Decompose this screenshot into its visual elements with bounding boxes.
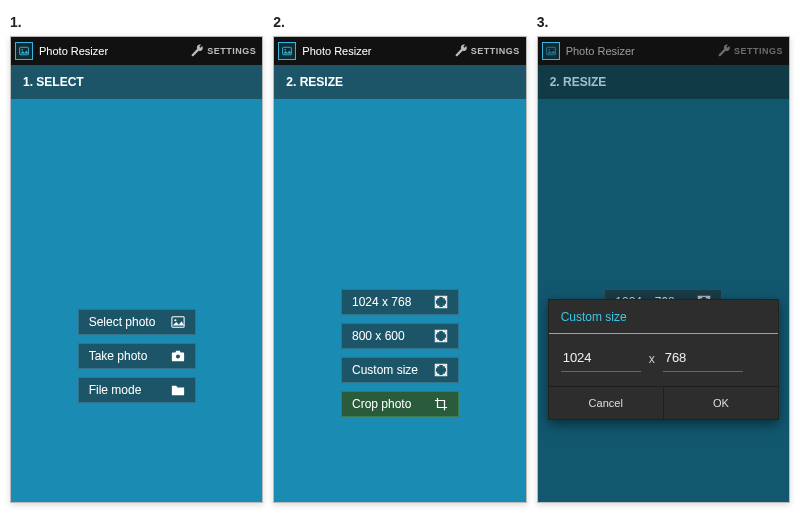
app-title: Photo Resizer [39,45,108,57]
svg-rect-5 [283,47,292,55]
phone-screen-1: Photo Resizer SETTINGS 1. SELECT Select … [10,36,263,503]
app-logo-icon [15,42,33,60]
select-photo-button[interactable]: Select photo [78,309,196,335]
settings-button[interactable]: SETTINGS [190,44,256,58]
app-title: Photo Resizer [566,45,635,57]
step-number: 2. [273,14,526,30]
height-input[interactable] [663,346,743,372]
tutorial-row: 1. Photo Resizer SETTINGS 1. SELECT Sele… [0,0,800,517]
title-bar: Photo Resizer SETTINGS [11,37,262,65]
ok-button[interactable]: OK [663,387,778,419]
phone-screen-3: Photo Resizer SETTINGS 2. RESIZE 1024 x … [537,36,790,503]
svg-rect-0 [20,47,29,55]
crop-icon [434,397,448,411]
svg-rect-2 [172,317,184,328]
step-number: 1. [10,14,263,30]
svg-rect-10 [546,47,555,55]
settings-button[interactable]: SETTINGS [717,44,783,58]
image-icon [171,315,185,329]
width-input[interactable] [561,346,641,372]
file-mode-button[interactable]: File mode [78,377,196,403]
app-logo-icon [542,42,560,60]
title-bar: Photo Resizer SETTINGS [538,37,789,65]
step-header: 2. RESIZE [274,65,525,99]
resize-icon [434,295,448,309]
svg-point-1 [21,49,23,51]
wrench-icon [454,44,468,58]
step-header: 2. RESIZE [538,65,789,99]
content-area: 1024 x 768 800 x 600 Custom size Crop ph… [274,99,525,502]
custom-size-dialog: Custom size x Cancel OK [548,299,779,420]
panel-3: 3. Photo Resizer SETTINGS 2. RESIZE 1024… [537,14,790,503]
dimension-separator: x [649,352,655,366]
wrench-icon [190,44,204,58]
camera-icon [171,349,185,363]
step-header: 1. SELECT [11,65,262,99]
take-photo-button[interactable]: Take photo [78,343,196,369]
button-stack: 1024 x 768 800 x 600 Custom size Crop ph… [341,289,459,417]
crop-photo-button[interactable]: Crop photo [341,391,459,417]
resize-icon [434,329,448,343]
title-bar: Photo Resizer SETTINGS [274,37,525,65]
panel-2: 2. Photo Resizer SETTINGS 2. RESIZE 1024… [273,14,526,503]
wrench-icon [717,44,731,58]
step-number: 3. [537,14,790,30]
dialog-body: x [549,334,778,386]
settings-button[interactable]: SETTINGS [454,44,520,58]
content-area: Select photo Take photo File mode [11,99,262,502]
custom-size-button[interactable]: Custom size [341,357,459,383]
resize-1024-button[interactable]: 1024 x 768 [341,289,459,315]
dialog-actions: Cancel OK [549,386,778,419]
svg-point-6 [285,49,287,51]
app-logo-icon [278,42,296,60]
phone-screen-2: Photo Resizer SETTINGS 2. RESIZE 1024 x … [273,36,526,503]
cancel-button[interactable]: Cancel [549,387,663,419]
resize-icon [434,363,448,377]
content-area: 1024 x 768 800 x 600 Custom size Crop ph… [538,99,789,502]
folder-icon [171,383,185,397]
svg-point-3 [174,319,176,321]
dialog-title: Custom size [549,300,778,334]
app-title: Photo Resizer [302,45,371,57]
button-stack: Select photo Take photo File mode [78,309,196,403]
svg-point-4 [176,354,180,358]
svg-point-11 [548,49,550,51]
resize-800-button[interactable]: 800 x 600 [341,323,459,349]
panel-1: 1. Photo Resizer SETTINGS 1. SELECT Sele… [10,14,263,503]
